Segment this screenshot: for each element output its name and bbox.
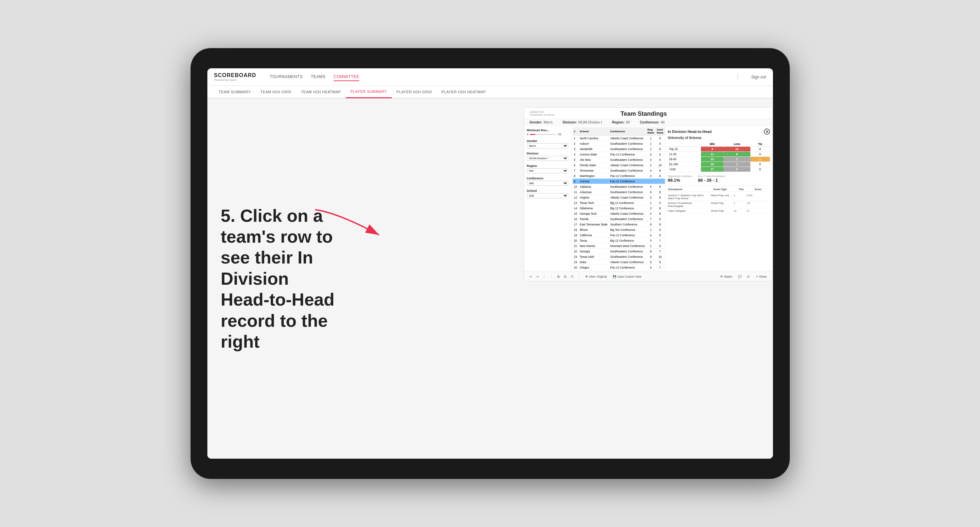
conference-filter-display: Conference: All — [640, 121, 664, 124]
toolbar-paste-btn[interactable]: ⊟ — [563, 274, 568, 279]
update-time-value: 27/03/2024 15:56:26 — [530, 113, 554, 116]
table-row[interactable]: 1 North Carolina Atlantic Coast Conferen… — [573, 136, 665, 141]
cell-num: 2 — [573, 141, 578, 146]
nav-committee[interactable]: COMMITTEE — [334, 73, 360, 81]
division-select[interactable]: NCAA Division I — [527, 156, 568, 161]
save-custom-label: Save Custom View — [617, 275, 642, 278]
toolbar-share-btn[interactable]: ↗ Share — [754, 274, 768, 279]
toolbar-undo-btn[interactable]: ↩ — [528, 274, 534, 279]
table-row[interactable]: 3 Vanderbilt Southeastern Conference 2 8… — [573, 146, 665, 152]
table-row[interactable]: 19 California Pac-12 Conference 4 8 24 2 — [573, 233, 665, 238]
table-row[interactable]: 2 Auburn Southeastern Conference 1 9 27 … — [573, 141, 665, 146]
cell-num: 3 — [573, 146, 578, 152]
toolbar-layout-btn[interactable]: ⊡ — [746, 274, 751, 279]
nav-teams[interactable]: TEAMS — [311, 73, 326, 81]
table-row[interactable]: 18 Illinois Big Ten Conference 1 9 23 1 — [573, 227, 665, 233]
h2h-tier-row: 51-100 20 3 0 — [668, 162, 770, 167]
nav-tournaments[interactable]: TOURNAMENTS — [270, 73, 303, 81]
sub-nav-player-h2h-heatmap[interactable]: PLAYER H2H HEATMAP — [437, 86, 490, 98]
main-nav: TOURNAMENTS TEAMS COMMITTEE — [270, 73, 727, 81]
cell-num: 6 — [573, 162, 578, 168]
sub-nav-team-summary[interactable]: TEAM SUMMARY — [214, 86, 256, 98]
table-row[interactable]: 12 Virginia Atlantic Coast Conference 3 … — [573, 195, 665, 200]
h2h-tier-tie: 0 — [750, 167, 770, 172]
school-select[interactable]: (All) — [527, 193, 568, 198]
cell-num: 23 — [573, 254, 578, 259]
table-row[interactable]: 8 Washington Pac-12 Conference 2 8 23 1 — [573, 173, 665, 179]
table-row[interactable]: 21 New Mexico Mountain West Conference 1… — [573, 243, 665, 249]
toolbar-copy-btn[interactable]: ⊞ — [556, 274, 561, 279]
region-select[interactable]: N/A — [527, 168, 568, 173]
table-row[interactable]: 15 Georgia Tech Atlantic Coast Conferenc… — [573, 211, 665, 216]
cell-school: Tennessee — [578, 168, 609, 173]
table-row[interactable]: 5 Ole Miss Southeastern Conference 3 6 1… — [573, 157, 665, 162]
app-panel: Update time: 27/03/2024 15:56:26 Team St… — [524, 107, 773, 281]
cell-reg-rank: 4 — [646, 168, 655, 173]
sub-nav-player-h2h-grid[interactable]: PLAYER H2H GRID — [392, 86, 437, 98]
cell-conference: Big 12 Conference — [609, 206, 646, 211]
gender-select[interactable]: Men's — [527, 143, 568, 148]
sub-nav-team-h2h-heatmap[interactable]: TEAM H2H HEATMAP — [296, 86, 346, 98]
cell-reg-rank: 1 — [646, 243, 655, 249]
tournament-header: Tournament Event Type Pos Score — [668, 188, 770, 192]
col-school: School — [578, 127, 609, 136]
cell-conference: Pac-12 Conference — [609, 233, 646, 238]
table-row[interactable]: 6 Florida State Atlantic Coast Conferenc… — [573, 162, 665, 168]
gender-filter-label: Gender — [527, 139, 568, 143]
table-row[interactable]: 24 Duke Atlantic Coast Conference 5 9 27… — [573, 259, 665, 265]
cell-conference: Atlantic Coast Conference — [609, 195, 646, 200]
cell-conf-rank: 8 — [655, 189, 665, 195]
update-time-label: Update time: — [530, 110, 554, 113]
division-filter-group: Division NCAA Division I — [527, 152, 568, 161]
region-value: All — [626, 121, 630, 124]
cell-school: Duke — [578, 259, 609, 265]
h2h-tier-loss: 2 — [724, 157, 750, 162]
sub-nav-team-h2h-grid[interactable]: TEAM H2H GRID — [256, 86, 296, 98]
min-rounds-slider[interactable] — [530, 134, 557, 135]
sub-nav-player-summary[interactable]: PLAYER SUMMARY — [346, 86, 392, 98]
h2h-col-win: Win — [701, 142, 724, 147]
table-row[interactable]: 10 Alabama Southeastern Conference 5 8 2… — [573, 184, 665, 189]
toolbar-clock-btn[interactable]: ⏱ — [569, 274, 575, 279]
toolbar-save-custom-btn[interactable]: 💾 Save Custom View — [611, 274, 643, 279]
table-row[interactable]: 11 Arkansas Southeastern Conference 6 8 … — [573, 189, 665, 195]
table-row[interactable]: 14 Oklahoma Big 12 Conference 3 8 24 2 — [573, 206, 665, 211]
table-row[interactable]: 9 Arizona Pac-12 Conference — [573, 179, 665, 184]
cell-school: Illinois — [578, 227, 609, 233]
toolbar-watch-btn[interactable]: 👁 Watch — [718, 274, 734, 279]
cell-conf-rank: 8 — [655, 233, 665, 238]
toolbar-comment-btn[interactable]: 💬 — [737, 274, 743, 279]
table-row[interactable]: 7 Tennessee Southeastern Conference 4 6 … — [573, 168, 665, 173]
h2h-tier-tie: 0 — [750, 162, 770, 167]
cell-conf-rank: 9 — [655, 141, 665, 146]
min-rounds-max: 20 — [558, 133, 562, 136]
h2h-wlt-label: W-L-T record in-division: — [698, 175, 725, 178]
table-row[interactable]: 4 Arizona State Pac-12 Conference 4 6 26… — [573, 152, 665, 157]
h2h-tier-tie: 1 — [750, 157, 770, 162]
toolbar-view-original-btn[interactable]: 👁 View: Original — [584, 274, 608, 279]
h2h-tier-win: 27 — [701, 167, 724, 172]
toolbar-back-btn[interactable]: ← — [542, 274, 547, 279]
sign-out-link[interactable]: Sign out — [751, 75, 766, 79]
cell-conf-rank: 9 — [655, 216, 665, 222]
cell-reg-rank: 5 — [646, 265, 655, 270]
table-row[interactable]: 16 Florida Southeastern Conference 7 9 2… — [573, 216, 665, 222]
table-row[interactable]: 17 East Tennessee State Southern Confere… — [573, 222, 665, 227]
cell-conference: Pac-12 Conference — [609, 173, 646, 179]
conference-select[interactable]: (All) — [527, 181, 568, 186]
t-pos: 1 — [734, 194, 744, 197]
toolbar-redo-btn[interactable]: ↪ — [535, 274, 540, 279]
cell-conf-rank: 9 — [655, 227, 665, 233]
cell-reg-rank: 1 — [646, 136, 655, 141]
h2h-opponents-value: 99.1% — [668, 178, 693, 183]
table-row[interactable]: 20 Texas Big 12 Conference 3 7 20 3 — [573, 238, 665, 243]
h2h-tier-tie: 0 — [750, 152, 770, 157]
h2h-tier-loss: 3 — [724, 162, 750, 167]
table-row[interactable]: 25 Oregon Pac-12 Conference 5 7 21 0 — [573, 265, 665, 270]
table-row[interactable]: 22 Georgia Southeastern Conference 8 7 2… — [573, 249, 665, 254]
h2h-title: In Division Head-to-Head — [668, 130, 712, 133]
cell-conf-rank: 10 — [655, 254, 665, 259]
table-row[interactable]: 13 Texas Tech Big 12 Conference 1 9 27 2 — [573, 200, 665, 206]
table-row[interactable]: 23 Texas A&M Southeastern Conference 9 1… — [573, 254, 665, 259]
h2h-close-button[interactable]: ✕ — [764, 129, 770, 135]
